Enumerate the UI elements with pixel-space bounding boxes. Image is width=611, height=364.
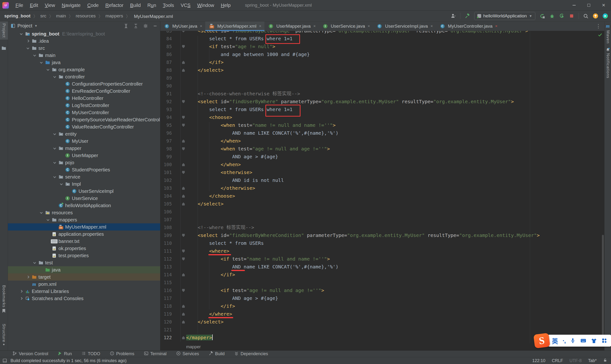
fold-marker-icon[interactable]: [181, 66, 186, 74]
run-configuration-select[interactable]: helloWorldApplication ▼: [474, 12, 535, 20]
code-text[interactable]: [186, 326, 604, 334]
code-line-112[interactable]: 112<if test="name != null and name !=''"…: [160, 255, 604, 263]
line-number[interactable]: 96: [160, 129, 181, 137]
line-number[interactable]: 89: [160, 74, 181, 82]
tree-item-UserService[interactable]: IUserService: [8, 195, 160, 202]
ime-skin-icon[interactable]: [591, 338, 597, 344]
fold-marker-icon[interactable]: [181, 114, 186, 121]
tree-item-pojo[interactable]: pojo: [8, 159, 160, 166]
code-line-90[interactable]: 90: [160, 82, 604, 90]
tree-item-PropertySourceValueReaderOhterController[interactable]: CPropertySourceValueReaderOhterControlle…: [8, 116, 160, 123]
tree-item-test.properties[interactable]: test.properties: [8, 252, 160, 259]
tree-item-resources[interactable]: resources: [8, 209, 160, 216]
line-number[interactable]: 112: [160, 255, 181, 263]
tab-close-icon[interactable]: ×: [368, 24, 370, 29]
code-line-84[interactable]: 84select * from USERs where 1=1: [160, 35, 604, 43]
line-number[interactable]: 117: [160, 294, 181, 302]
sogou-logo-icon[interactable]: S: [533, 333, 550, 348]
tree-item-org.example[interactable]: org.example: [8, 66, 160, 73]
line-number[interactable]: 121: [160, 326, 181, 334]
line-number[interactable]: 91: [160, 90, 181, 98]
tree-item-mapper[interactable]: mapper: [8, 145, 160, 152]
chevron-down-icon[interactable]: [25, 48, 31, 49]
settings-gear-icon[interactable]: [143, 24, 148, 28]
line-number[interactable]: 108: [160, 224, 181, 232]
code-text[interactable]: AND name LIKE CONCAT('%',#{name},'%'): [186, 263, 604, 271]
line-number[interactable]: 107: [160, 216, 181, 224]
line-number[interactable]: 111: [160, 247, 181, 255]
tree-item-UserServiceImpl[interactable]: CUserServiceImpl: [8, 188, 160, 195]
line-number[interactable]: 85: [160, 43, 181, 51]
line-number[interactable]: 92: [160, 98, 181, 106]
tab-MyUser.java[interactable]: CMyUser.java×: [160, 21, 205, 31]
code-line-95[interactable]: 95<when test="name != null and name !=''…: [160, 121, 604, 129]
code-text[interactable]: </when>: [186, 137, 604, 145]
chevron-down-icon[interactable]: [52, 176, 57, 178]
status-widget[interactable]: CRLF: [552, 358, 563, 363]
line-number[interactable]: 106: [160, 208, 181, 216]
tree-item-Impl[interactable]: Impl: [8, 181, 160, 188]
code-text[interactable]: select * from USERs where 1=1: [186, 35, 604, 43]
line-number[interactable]: 86: [160, 51, 181, 58]
code-line-108[interactable]: 108<!--where 标签实现-->: [160, 224, 604, 232]
toolwindow-button-terminal[interactable]: Terminal: [144, 351, 167, 357]
code-line-111[interactable]: 111<where>: [160, 247, 604, 255]
ime-language-toggle[interactable]: 英: [552, 336, 558, 345]
run-with-coverage-button[interactable]: [559, 13, 565, 19]
code-line-100[interactable]: 100</when>: [160, 161, 604, 169]
tree-item-src[interactable]: src: [8, 45, 160, 52]
build-hammer-icon[interactable]: [464, 13, 470, 19]
chevron-down-icon[interactable]: [32, 55, 38, 56]
code-line-89[interactable]: 89: [160, 74, 604, 82]
chevron-down-icon[interactable]: [58, 183, 64, 185]
tab-options-icon[interactable]: ⋮: [592, 21, 604, 31]
stop-button[interactable]: [569, 13, 574, 19]
code-text[interactable]: AND name LIKE CONCAT('%',#{name},'%'): [186, 129, 604, 137]
tree-item-StudentProperties[interactable]: CStudentProperties: [8, 166, 160, 173]
fold-marker-icon[interactable]: [181, 43, 186, 51]
status-widget[interactable]: Tab*: [588, 358, 597, 363]
code-line-103[interactable]: 103</otherwise>: [160, 184, 604, 192]
code-text[interactable]: AND id is not null: [186, 176, 604, 184]
tab-UserMapper.java[interactable]: IUserMapper.java×: [264, 21, 319, 31]
code-text[interactable]: [186, 216, 604, 224]
collapse-all-icon[interactable]: [133, 24, 138, 28]
line-number[interactable]: 87: [160, 58, 181, 66]
tree-item-Scratches and Consoles[interactable]: Scratches and Consoles: [8, 295, 160, 302]
code-line-101[interactable]: 101<otherwise>: [160, 169, 604, 176]
tree-item-service[interactable]: service: [8, 173, 160, 181]
fold-marker-icon[interactable]: [181, 31, 186, 35]
chevron-right-icon[interactable]: [18, 298, 24, 299]
tree-item-mappers[interactable]: mappers: [8, 216, 160, 223]
fold-marker-icon[interactable]: [181, 58, 186, 66]
code-line-83[interactable]: 83<select id="findUserByBetweenAge" para…: [160, 31, 604, 35]
tree-item-main[interactable]: main: [8, 52, 160, 59]
tree-item-MyUserMapper.xml[interactable]: <>MyUserMapper.xml: [8, 223, 160, 231]
chevron-down-icon[interactable]: [52, 162, 57, 163]
tree-item-pom.xml[interactable]: mpom.xml: [8, 281, 160, 288]
code-text[interactable]: <otherwise>: [186, 169, 604, 176]
tree-item-MyUser[interactable]: CMyUser: [8, 138, 160, 145]
code-text[interactable]: </select>: [186, 200, 604, 208]
line-number[interactable]: 104: [160, 192, 181, 200]
sidebar-tab-bookmarks[interactable]: Bookmarks: [1, 283, 6, 315]
code-text[interactable]: </if>: [186, 58, 604, 66]
line-number[interactable]: 101: [160, 169, 181, 176]
line-number[interactable]: 122: [160, 334, 181, 342]
code-text[interactable]: <when test="age != null and age !=''">: [186, 145, 604, 153]
lock-icon[interactable]: [603, 358, 607, 363]
code-line-117[interactable]: 117AND age > #{age}: [160, 294, 604, 302]
chevron-right-icon[interactable]: [18, 290, 24, 292]
code-line-118[interactable]: 118</if>: [160, 302, 604, 310]
toolwindow-button-version-control[interactable]: Version Control: [13, 351, 48, 357]
line-number[interactable]: 116: [160, 286, 181, 294]
fold-marker-icon[interactable]: [181, 98, 186, 106]
code-line-85[interactable]: 85<if test="age != null">: [160, 43, 604, 51]
tree-item-target[interactable]: target: [8, 273, 160, 281]
chevron-down-icon[interactable]: [32, 262, 38, 263]
code-line-99[interactable]: 99AND age > #{age}: [160, 153, 604, 161]
line-number[interactable]: 115: [160, 279, 181, 286]
code-text[interactable]: <if test="age != null and age !=''">: [186, 286, 604, 294]
code-line-106[interactable]: 106: [160, 208, 604, 216]
code-text[interactable]: [186, 279, 604, 286]
